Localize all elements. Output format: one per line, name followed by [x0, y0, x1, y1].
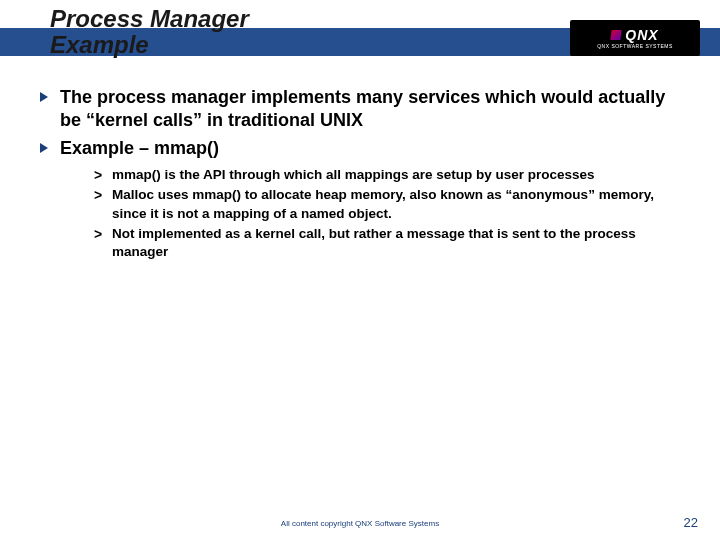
- qnx-logo: QNX QNX SOFTWARE SYSTEMS: [570, 20, 700, 56]
- sub-bullet-text: Not implemented as a kernel call, but ra…: [112, 225, 682, 261]
- title-line-1: Process Manager: [50, 5, 249, 32]
- bullet-item: The process manager implements many serv…: [38, 86, 682, 133]
- sub-bullet-item: > Not implemented as a kernel call, but …: [94, 225, 682, 261]
- logo-brand: QNX: [625, 27, 658, 43]
- title-line-2: Example: [50, 31, 149, 58]
- chevron-right-icon: >: [94, 225, 112, 243]
- sub-bullet-text: mmap() is the API through which all mapp…: [112, 166, 595, 184]
- sub-bullet-list: > mmap() is the API through which all ma…: [94, 166, 682, 261]
- logo-cube-icon: [611, 30, 622, 40]
- sub-bullet-item: > Malloc uses mmap() to allocate heap me…: [94, 186, 682, 222]
- arrow-right-icon: [38, 141, 52, 155]
- logo-main-text: QNX: [611, 27, 658, 43]
- slide-header: Process Manager Example QNX QNX SOFTWARE…: [0, 0, 720, 68]
- logo-subtext: QNX SOFTWARE SYSTEMS: [597, 43, 673, 49]
- sub-bullet-text: Malloc uses mmap() to allocate heap memo…: [112, 186, 682, 222]
- arrow-right-icon: [38, 90, 52, 104]
- page-title: Process Manager Example: [50, 6, 249, 59]
- bullet-item: Example – mmap(): [38, 137, 682, 160]
- bullet-text: Example – mmap(): [60, 137, 219, 160]
- chevron-right-icon: >: [94, 186, 112, 204]
- page-number: 22: [684, 515, 698, 530]
- bullet-text: The process manager implements many serv…: [60, 86, 682, 133]
- footer-copyright: All content copyright QNX Software Syste…: [0, 519, 720, 528]
- slide-content: The process manager implements many serv…: [0, 68, 720, 261]
- chevron-right-icon: >: [94, 166, 112, 184]
- sub-bullet-item: > mmap() is the API through which all ma…: [94, 166, 682, 184]
